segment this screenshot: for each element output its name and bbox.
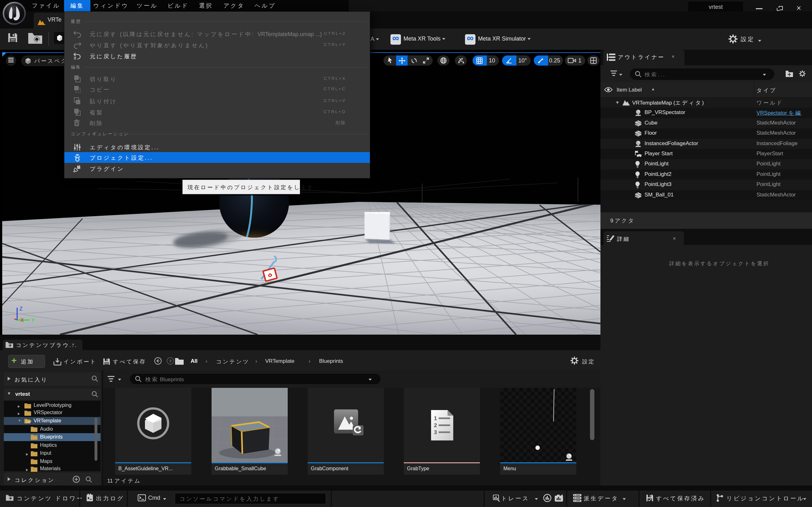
svg-text:Y: Y	[31, 317, 35, 323]
svg-text:X: X	[20, 317, 24, 323]
svg-text:3: 3	[434, 429, 437, 435]
svg-text:1: 1	[434, 415, 437, 421]
svg-text:2: 2	[434, 422, 437, 429]
svg-text:Z: Z	[19, 306, 22, 312]
